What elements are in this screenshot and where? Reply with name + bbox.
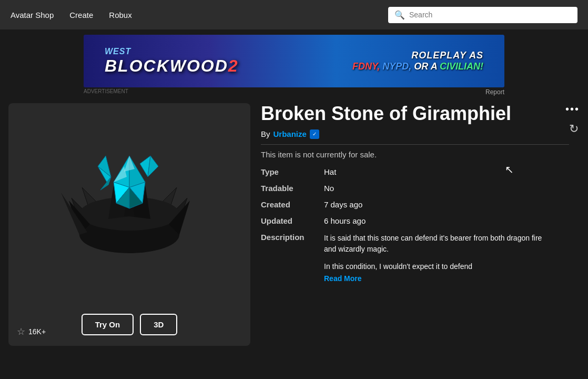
details-row-tradable: Tradable No: [261, 184, 569, 193]
description-text: It is said that this stone can defend it…: [324, 233, 555, 255]
read-more-link[interactable]: Read More: [324, 274, 569, 283]
navbar: Avatar Shop Create Robux 🔍: [0, 0, 588, 29]
refresh-button[interactable]: ↻: [569, 122, 579, 136]
3d-button[interactable]: 3D: [140, 314, 177, 335]
sale-status: This item is not currently for sale.: [261, 150, 569, 159]
search-bar: 🔍: [388, 7, 577, 23]
star-icon: ☆: [17, 326, 25, 337]
banner-roleplay-text: ROLEPLAY AS: [352, 50, 483, 61]
details-row-description: Description It is said that this stone c…: [261, 233, 569, 283]
try-on-button[interactable]: Try On: [82, 314, 134, 335]
details-row-type: Type Hat: [261, 167, 569, 176]
item-rating: ☆ 16K+: [17, 326, 46, 337]
banner-roles-text: FDNY, NYPD, OR A CIVILIAN!: [352, 61, 483, 72]
banner-west-text: WEST: [105, 47, 239, 56]
updated-label: Updated: [261, 216, 324, 225]
created-label: Created: [261, 200, 324, 209]
item-image: [45, 124, 214, 293]
author-prefix: By: [261, 129, 270, 138]
rating-count: 16K+: [28, 327, 46, 336]
nav-create[interactable]: Create: [69, 11, 93, 19]
item-title: Broken Stone of Giramphiel: [261, 103, 569, 124]
nav-robux[interactable]: Robux: [109, 11, 131, 19]
item-panel: Try On 3D ☆ 16K+: [8, 103, 250, 346]
item-author: By Urbanize ✓: [261, 129, 569, 139]
more-options-button[interactable]: •••: [565, 103, 580, 115]
details-row-updated: Updated 6 hours ago: [261, 216, 569, 225]
updated-value: 6 hours ago: [324, 216, 569, 225]
type-value: Hat: [324, 167, 569, 176]
created-value: 7 days ago: [324, 200, 569, 209]
banner[interactable]: WEST BLOCKWOOD2 ROLEPLAY AS FDNY, NYPD, …: [84, 35, 504, 87]
details-table: Type Hat Tradable No Created 7 days ago …: [261, 167, 569, 283]
author-link[interactable]: Urbanize: [273, 129, 307, 138]
search-icon: 🔍: [394, 10, 405, 20]
item-actions: Try On 3D: [82, 314, 178, 335]
ad-label: ADVERTISEMENT: [84, 88, 128, 96]
main-content: Try On 3D ☆ 16K+ ••• ↻ Broken Stone of G…: [0, 98, 588, 351]
details-row-created: Created 7 days ago: [261, 200, 569, 209]
report-link[interactable]: Report: [485, 88, 504, 96]
description-label: Description: [261, 233, 324, 242]
type-label: Type: [261, 167, 324, 176]
item-image-container: [29, 114, 229, 303]
search-input[interactable]: [409, 11, 571, 19]
nav-avatar-shop[interactable]: Avatar Shop: [11, 11, 54, 19]
description-continued: In this condition, I wouldn't expect it …: [324, 261, 555, 272]
details-panel: ••• ↻ Broken Stone of Giramphiel By Urba…: [250, 103, 580, 346]
divider: [261, 144, 569, 145]
tradable-label: Tradable: [261, 184, 324, 193]
banner-blockwood-text: BLOCKWOOD2: [105, 56, 239, 76]
tradable-value: No: [324, 184, 569, 193]
verified-badge: ✓: [310, 129, 319, 139]
